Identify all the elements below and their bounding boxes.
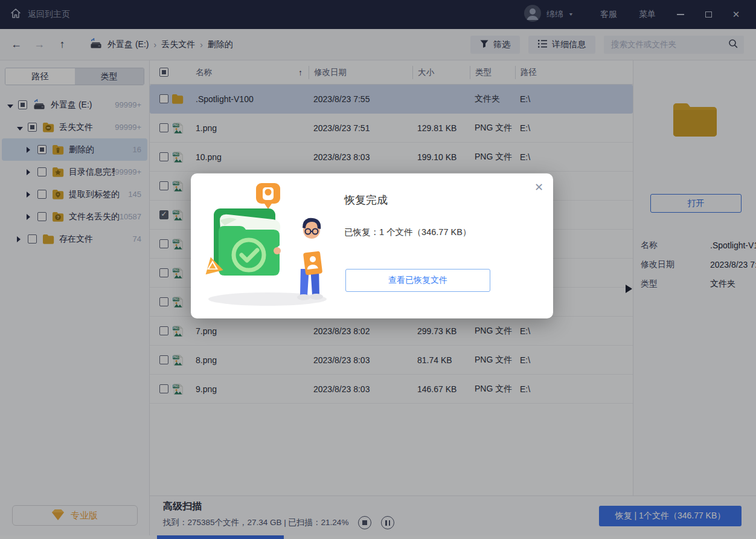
recovery-illustration bbox=[204, 182, 334, 311]
dialog-message: 已恢复：1 个文件（346.77 KB） bbox=[344, 227, 471, 238]
recovery-complete-dialog: ✕ bbox=[191, 173, 553, 318]
dialog-close-icon[interactable]: ✕ bbox=[534, 181, 543, 194]
app-window: 返回到主页 绵绵 ▼ 客服 菜单 ✕ ← → ↑ 外置盘 (E:)›丢失文件›删… bbox=[0, 0, 756, 539]
view-recovered-files-button[interactable]: 查看已恢复文件 bbox=[345, 269, 490, 292]
dialog-title: 恢复完成 bbox=[344, 193, 388, 207]
